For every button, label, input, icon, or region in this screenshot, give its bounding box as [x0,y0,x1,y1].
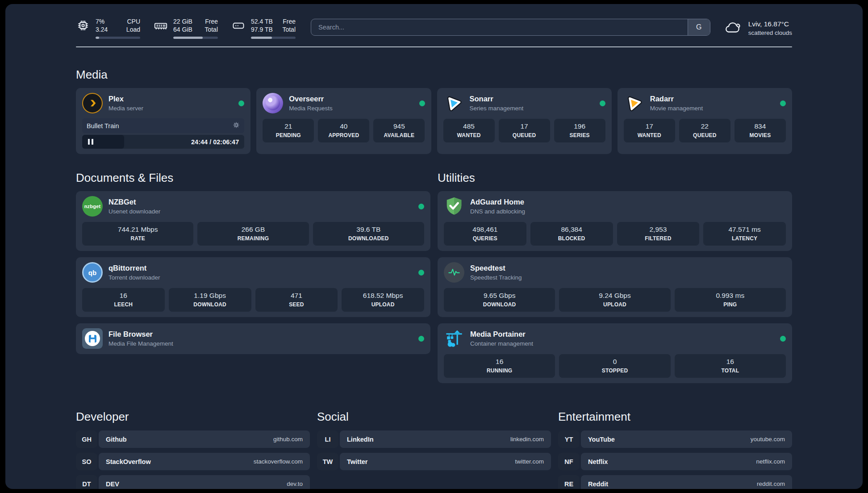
now-playing-title: Bullet Train [87,122,119,130]
link-row-linkedin[interactable]: LI LinkedIn linkedin.com [317,430,551,448]
stat-value: 196 [556,122,604,130]
stat-tile: 2,953 FILTERED [617,222,700,246]
stat-label: PENDING [264,132,312,138]
status-dot [780,100,786,106]
app-subtitle: Media Requests [289,105,333,112]
memory-progress-fill [173,37,203,39]
status-dot [419,100,425,106]
link-row-dev[interactable]: DT DEV dev.to [76,475,310,489]
link-domain: linkedin.com [510,436,544,443]
stat-tile: 196 SERIES [554,119,605,142]
link-abbr: TW [317,453,338,470]
storage-stat: 52.4 TB 97.9 TB Free Total [231,17,296,39]
link-name: StackOverflow [106,458,151,465]
search-engine-button[interactable]: G [688,19,710,35]
status-dot [418,270,424,276]
filebrowser-card[interactable]: File Browser Media File Management [76,323,430,354]
stat-tile: 744.21 Mbps RATE [82,222,193,246]
plex-card[interactable]: Plex Media server Bullet Train [76,88,250,154]
stat-label: LEECH [84,301,163,308]
link-name: DEV [106,480,119,488]
link-row-netflix[interactable]: NF Netflix netflix.com [558,453,792,470]
stat-label: BLOCKED [532,235,611,242]
stat-value: 22 [681,122,729,130]
stat-value: 2,953 [619,226,698,234]
speedtest-card[interactable]: Speedtest Speedtest Tracking 9.65 Gbps D… [438,257,792,317]
stat-value: 16 [676,358,784,366]
stat-label: QUEUED [681,132,729,138]
pause-button[interactable] [82,135,124,149]
stat-value: 21 [264,122,312,130]
link-domain: youtube.com [751,436,785,443]
qbittorrent-icon: qb [82,262,103,283]
stat-value: 39.6 TB [315,226,422,234]
stat-value: 16 [84,292,163,300]
stat-value: 0 [561,358,668,366]
storage-total-label: Total [280,25,296,33]
radarr-card[interactable]: Radarr Movie management 17 WANTED 22 QUE… [618,88,792,154]
stat-label: STOPPED [561,368,668,374]
search-input[interactable] [311,19,688,35]
link-abbr: DT [76,475,97,489]
qbittorrent-icon-text: qb [88,269,96,276]
app-subtitle: Torrent downloader [108,274,160,281]
app-name: AdGuard Home [470,198,525,206]
link-name: LinkedIn [347,436,374,443]
stat-tile: 39.6 TB DOWNLOADED [313,222,424,246]
stat-label: QUERIES [446,235,525,242]
link-abbr: SO [76,453,97,470]
nzbget-icon: nzbget [82,196,103,217]
cpu-label: CPU [124,17,140,25]
portainer-card[interactable]: Media Portainer Container management 16 … [438,323,792,383]
stat-value: 471 [257,292,336,300]
stat-tile: 21 PENDING [263,119,314,142]
stat-label: UPLOAD [561,301,668,308]
link-domain: github.com [273,436,303,443]
stat-value: 1.19 Gbps [171,292,250,300]
now-playing-row: Bullet Train [82,118,244,133]
memory-progress-bar [173,37,218,39]
storage-icon [231,18,246,33]
memory-icon [154,18,168,33]
stat-value: 744.21 Mbps [84,226,192,234]
stat-tile: 40 APPROVED [318,119,369,142]
link-row-github[interactable]: GH Github github.com [76,430,310,448]
link-row-youtube[interactable]: YT YouTube youtube.com [558,430,792,448]
qbittorrent-card[interactable]: qb qBittorrent Torrent downloader 16 [76,257,430,317]
app-subtitle: Movie management [650,105,703,112]
link-row-reddit[interactable]: RE Reddit reddit.com [558,475,792,489]
link-name: Twitter [347,458,367,465]
section-title-developer: Developer [76,410,310,424]
adguard-card[interactable]: AdGuard Home DNS and adblocking 498,461 … [438,191,792,251]
overseerr-card[interactable]: Overseerr Media Requests 21 PENDING 40 A… [256,88,431,154]
section-title-media: Media [76,68,792,82]
link-row-stackoverflow[interactable]: SO StackOverflow stackoverflow.com [76,453,310,470]
stat-tile: 945 AVAILABLE [373,119,425,142]
link-abbr: GH [76,430,97,448]
link-row-twitter[interactable]: TW Twitter twitter.com [317,453,551,470]
radarr-icon [624,93,644,113]
stat-label: FILTERED [619,235,698,242]
stat-tile: 0 STOPPED [559,354,670,378]
nzbget-card[interactable]: nzbget NZBGet Usenet downloader 744.21 M… [76,191,430,251]
sonarr-card[interactable]: Sonarr Series management 485 WANTED 17 Q… [437,88,612,154]
stat-label: MOVIES [736,132,784,138]
playback-time: 24:44 / 02:06:47 [191,138,244,146]
stat-value: 9.65 Gbps [446,292,553,300]
playback-progress-row: 24:44 / 02:06:47 [82,135,244,149]
app-name: File Browser [108,330,173,338]
section-title-entertainment: Entertainment [558,410,792,424]
app-subtitle: DNS and adblocking [470,208,525,215]
stat-value: 16 [446,358,553,366]
stat-value: 0.993 ms [676,292,784,300]
link-domain: netflix.com [756,458,785,465]
stat-tile: 16 RUNNING [444,354,555,378]
settings-icon[interactable] [233,121,240,130]
stat-value: 17 [626,122,673,130]
stat-label: QUEUED [501,132,548,138]
stat-tile: 17 WANTED [624,119,675,142]
cpu-icon [76,18,90,33]
stat-value: 47.571 ms [705,226,784,234]
stat-label: APPROVED [320,132,367,138]
app-subtitle: Container management [470,340,533,347]
